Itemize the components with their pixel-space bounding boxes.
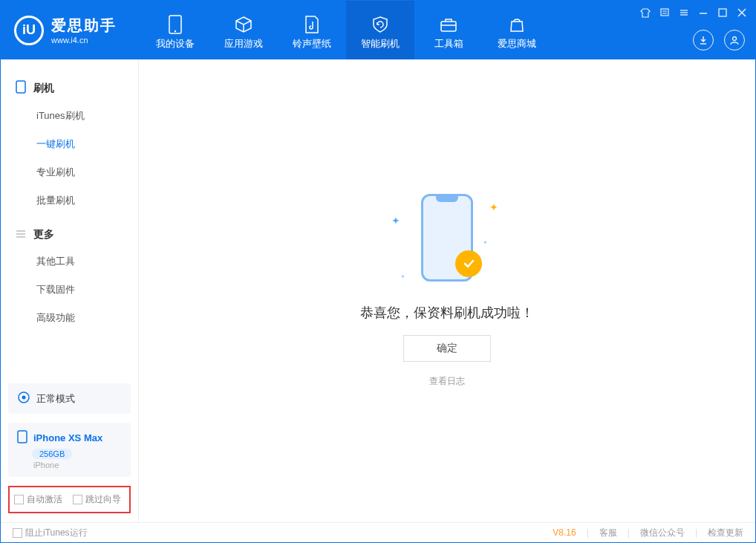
check-update-link[interactable]: 检查更新 — [708, 527, 743, 539]
phone-icon — [16, 80, 26, 96]
footer-left: 阻止iTunes运行 — [13, 527, 88, 539]
device-type: iPhone — [33, 461, 122, 469]
svg-rect-22 — [18, 431, 27, 443]
group-label: 更多 — [33, 228, 54, 241]
user-icon[interactable] — [724, 30, 745, 51]
device-mode-panel[interactable]: 正常模式 — [8, 383, 131, 414]
download-icon[interactable] — [693, 30, 714, 51]
ok-button[interactable]: 确定 — [403, 335, 491, 362]
sidebar-item-oneclick-flash[interactable]: 一键刷机 — [1, 130, 138, 158]
tab-my-device[interactable]: 我的设备 — [141, 1, 209, 59]
tab-label: 工具箱 — [434, 37, 463, 51]
sidebar: 刷机 iTunes刷机 一键刷机 专业刷机 批量刷机 更多 其他工具 下载固件 … — [1, 59, 139, 522]
app-body: 刷机 iTunes刷机 一键刷机 专业刷机 批量刷机 更多 其他工具 下载固件 … — [1, 59, 755, 522]
refresh-shield-icon — [371, 15, 390, 34]
tab-ringtones[interactable]: 铃声壁纸 — [278, 1, 346, 59]
success-message: 恭喜您，保资料刷机成功啦！ — [360, 304, 534, 322]
checkbox-icon — [73, 495, 82, 504]
tab-apps[interactable]: 应用游戏 — [209, 1, 278, 59]
main-tabs: 我的设备 应用游戏 铃声壁纸 智能刷机 工具箱 爱思商城 — [141, 1, 551, 59]
tab-label: 爱思商城 — [498, 37, 536, 51]
close-button[interactable] — [736, 7, 748, 19]
check-badge-icon — [455, 250, 482, 277]
window-controls — [639, 7, 748, 19]
sidebar-group-more: 更多 — [1, 222, 138, 247]
wechat-link[interactable]: 微信公众号 — [640, 527, 685, 539]
checkbox-label: 阻止iTunes运行 — [25, 527, 88, 538]
tab-label: 应用游戏 — [224, 37, 263, 51]
device-mode-label: 正常模式 — [36, 392, 75, 406]
tab-label: 铃声壁纸 — [293, 37, 331, 51]
tab-smart-flash[interactable]: 智能刷机 — [346, 1, 414, 59]
footer-right: V8.16 | 客服 | 微信公众号 | 检查更新 — [553, 527, 743, 539]
device-name: iPhone XS Max — [33, 432, 102, 443]
device-info-panel[interactable]: iPhone XS Max 256GB iPhone — [8, 423, 131, 477]
sidebar-item-itunes-flash[interactable]: iTunes刷机 — [1, 102, 138, 130]
checkbox-icon — [14, 495, 24, 504]
tab-label: 我的设备 — [156, 37, 195, 51]
svg-point-1 — [175, 30, 176, 31]
app-header: iU 爱思助手 www.i4.cn 我的设备 应用游戏 铃声壁纸 智能刷机 工具… — [1, 1, 755, 59]
svg-rect-2 — [441, 22, 456, 31]
menu-icon[interactable] — [678, 7, 690, 19]
view-log-link[interactable]: 查看日志 — [429, 375, 465, 388]
svg-rect-16 — [16, 81, 25, 93]
list-icon — [16, 229, 26, 241]
sparkle-icon: ✦ — [489, 201, 498, 213]
checkbox-icon — [13, 528, 22, 538]
logo-area: iU 爱思助手 www.i4.cn — [1, 1, 130, 59]
sparkle-icon: ✦ — [391, 215, 400, 227]
checkbox-auto-activate[interactable]: 自动激活 — [14, 493, 62, 506]
success-illustration: ✦ ✦ ✦ ✦ — [384, 194, 510, 290]
header-action-icons — [693, 30, 745, 51]
maximize-button[interactable] — [717, 7, 729, 19]
sidebar-group-flash: 刷机 — [1, 74, 138, 102]
separator: | — [587, 527, 589, 538]
separator: | — [695, 527, 697, 538]
status-bar: 阻止iTunes运行 V8.16 | 客服 | 微信公众号 | 检查更新 — [1, 522, 755, 542]
music-file-icon — [302, 15, 322, 34]
svg-rect-4 — [661, 9, 668, 16]
svg-rect-11 — [719, 9, 726, 16]
logo-text: 爱思助手 www.i4.cn — [51, 16, 117, 45]
sidebar-item-batch-flash[interactable]: 批量刷机 — [1, 186, 138, 215]
checkbox-label: 跳过向导 — [85, 494, 121, 504]
sparkle-icon: ✦ — [400, 273, 405, 280]
toolbox-icon — [439, 15, 458, 34]
sidebar-item-advanced[interactable]: 高级功能 — [1, 304, 138, 332]
checkbox-block-itunes[interactable]: 阻止iTunes运行 — [13, 527, 88, 539]
sparkle-icon: ✦ — [483, 239, 488, 246]
app-subtitle: www.i4.cn — [51, 36, 117, 45]
mode-icon — [17, 391, 30, 406]
group-label: 刷机 — [33, 82, 54, 95]
flash-options-highlight: 自动激活 跳过向导 — [8, 486, 131, 513]
checkbox-label: 自动激活 — [27, 494, 62, 504]
logo-icon: iU — [14, 16, 44, 45]
device-storage: 256GB — [32, 449, 72, 459]
main-content: ✦ ✦ ✦ ✦ 恭喜您，保资料刷机成功啦！ 确定 查看日志 — [139, 59, 755, 522]
phone-icon — [17, 430, 27, 446]
svg-point-21 — [22, 396, 26, 400]
svg-point-15 — [733, 37, 737, 41]
separator: | — [628, 527, 630, 538]
sidebar-item-download-firmware[interactable]: 下载固件 — [1, 276, 138, 304]
sidebar-item-other-tools[interactable]: 其他工具 — [1, 247, 138, 276]
checkbox-skip-guide[interactable]: 跳过向导 — [73, 493, 121, 506]
shopping-bag-icon — [507, 15, 527, 34]
support-link[interactable]: 客服 — [599, 527, 617, 539]
minimize-button[interactable] — [697, 7, 709, 19]
tab-toolbox[interactable]: 工具箱 — [414, 1, 483, 59]
device-icon — [166, 15, 185, 34]
sidebar-item-pro-flash[interactable]: 专业刷机 — [1, 158, 138, 186]
app-title: 爱思助手 — [51, 16, 117, 36]
tab-label: 智能刷机 — [361, 37, 400, 51]
version-label: V8.16 — [553, 527, 576, 538]
skin-icon[interactable] — [639, 7, 651, 19]
tab-store[interactable]: 爱思商城 — [483, 1, 551, 59]
cube-icon — [234, 15, 253, 34]
feedback-icon[interactable] — [659, 7, 671, 19]
